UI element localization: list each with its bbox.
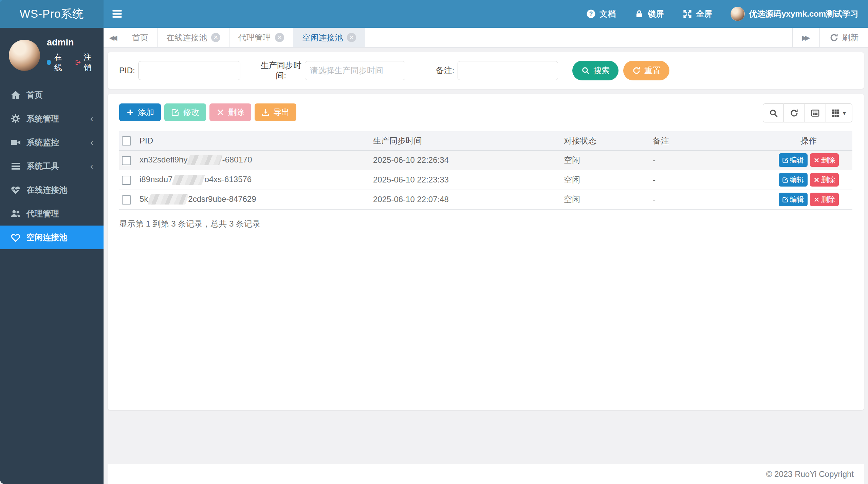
row-checkbox[interactable] bbox=[122, 156, 131, 165]
plus-icon bbox=[126, 108, 134, 117]
table-row[interactable]: 5k2cdsr9ube-847629 2025-06-10 22:07:48 空… bbox=[119, 190, 852, 209]
search-button[interactable]: 搜索 bbox=[572, 61, 618, 80]
page-body: PID: 生产同步时间: 备注: 搜索 重置 bbox=[104, 47, 868, 484]
bars-icon bbox=[10, 161, 21, 172]
modify-button[interactable]: 修改 bbox=[164, 103, 206, 121]
main-content-column: ◀◀ 首页 在线连接池 ✕ 代理管理 ✕ 空闲连接池 ✕ ▶▶ bbox=[104, 28, 868, 484]
tabs-scroll-left-button[interactable]: ◀◀ bbox=[104, 28, 123, 47]
chevron-left-icon: ‹ bbox=[90, 113, 93, 124]
sidebar-user-panel: admin 在线 注销 bbox=[0, 28, 104, 83]
refresh-icon bbox=[790, 109, 799, 118]
table-header-row: PID 生产同步时间 对接状态 备注 操作 bbox=[119, 131, 852, 150]
search-icon bbox=[769, 109, 778, 118]
close-tab-icon[interactable]: ✕ bbox=[211, 33, 220, 42]
x-icon bbox=[813, 157, 820, 163]
fullscreen-button[interactable]: 全屏 bbox=[682, 8, 712, 19]
sidebar-item-system-tools[interactable]: 系统工具 ‹ bbox=[0, 154, 104, 178]
navbar-right: 文档 锁屏 全屏 优选源码yxymk.com测试学习 bbox=[586, 0, 868, 28]
sidebar: admin 在线 注销 首页 bbox=[0, 28, 104, 484]
caret-down-icon: ▼ bbox=[842, 110, 847, 116]
select-all-checkbox[interactable] bbox=[122, 136, 131, 146]
x-icon bbox=[216, 108, 225, 117]
sidebar-avatar bbox=[9, 40, 40, 71]
columns-dropdown-button[interactable]: ▼ bbox=[826, 103, 852, 122]
app-brand: WS-Pro系统 bbox=[0, 0, 104, 28]
user-display-name: 优选源码yxymk.com测试学习 bbox=[749, 8, 858, 19]
user-menu[interactable]: 优选源码yxymk.com测试学习 bbox=[731, 7, 858, 21]
fullscreen-icon bbox=[682, 9, 692, 19]
sidebar-item-system-management[interactable]: 系统管理 ‹ bbox=[0, 107, 104, 131]
pid-cell: 5k2cdsr9ube-847629 bbox=[137, 190, 370, 209]
close-tab-icon[interactable]: ✕ bbox=[347, 33, 356, 42]
online-status-dot bbox=[47, 60, 51, 65]
row-edit-button[interactable]: 编辑 bbox=[779, 193, 808, 206]
sync-time-input[interactable] bbox=[305, 61, 405, 80]
tabs-scroll-right-button[interactable]: ▶▶ bbox=[792, 28, 819, 47]
redaction-blur bbox=[172, 175, 205, 185]
row-edit-button[interactable]: 编辑 bbox=[779, 153, 808, 167]
pencil-square-icon bbox=[171, 108, 180, 117]
redaction-blur bbox=[147, 194, 189, 205]
pid-input[interactable] bbox=[138, 61, 240, 80]
pid-cell: xn32sdefl9hy-680170 bbox=[137, 150, 370, 170]
header-sync-time: 生产同步时间 bbox=[370, 131, 561, 150]
row-delete-button[interactable]: 删除 bbox=[810, 153, 839, 167]
sync-time-cell: 2025-06-10 22:07:48 bbox=[370, 190, 561, 209]
sidebar-item-home[interactable]: 首页 bbox=[0, 83, 104, 107]
refresh-tab-button[interactable]: 刷新 bbox=[819, 28, 868, 47]
sidebar-item-idle-pool[interactable]: 空闲连接池 bbox=[0, 226, 104, 249]
docs-link[interactable]: 文档 bbox=[586, 8, 616, 19]
record-summary: 显示第 1 到第 3 条记录，总共 3 条记录 bbox=[119, 218, 852, 229]
row-delete-button[interactable]: 删除 bbox=[810, 173, 839, 187]
search-icon bbox=[581, 66, 590, 75]
status-cell: 空闲 bbox=[561, 170, 650, 190]
table-row[interactable]: i89nsdu7o4xs-613576 2025-06-10 22:23:33 … bbox=[119, 170, 852, 190]
pencil-square-icon bbox=[782, 196, 789, 203]
x-icon bbox=[813, 177, 820, 183]
close-tab-icon[interactable]: ✕ bbox=[275, 33, 284, 42]
online-status-label: 在线 bbox=[54, 52, 66, 73]
delete-button[interactable]: 删除 bbox=[209, 103, 251, 121]
sidebar-item-proxy-management[interactable]: 代理管理 bbox=[0, 202, 104, 226]
row-edit-button[interactable]: 编辑 bbox=[779, 173, 808, 187]
note-label: 备注: bbox=[436, 65, 455, 76]
export-button[interactable]: 导出 bbox=[255, 103, 296, 121]
note-cell: - bbox=[650, 190, 765, 209]
lock-icon bbox=[634, 9, 644, 19]
row-delete-button[interactable]: 删除 bbox=[810, 193, 839, 206]
logout-button[interactable]: 注销 bbox=[75, 52, 95, 73]
navbar-spacer bbox=[131, 0, 586, 28]
sidebar-username: admin bbox=[47, 37, 95, 48]
sidebar-toggle-button[interactable] bbox=[104, 0, 131, 28]
search-panel: PID: 生产同步时间: 备注: 搜索 重置 bbox=[108, 52, 864, 89]
sidebar-item-online-pool[interactable]: 在线连接池 bbox=[0, 178, 104, 202]
heart-outline-icon bbox=[10, 232, 21, 243]
refresh-icon bbox=[829, 33, 839, 42]
tabbar-spacer bbox=[365, 28, 792, 47]
page-footer: © 2023 RuoYi Copyright bbox=[108, 464, 864, 484]
row-checkbox[interactable] bbox=[122, 195, 131, 205]
sidebar-item-system-monitor[interactable]: 系统监控 ‹ bbox=[0, 131, 104, 154]
tab-proxy-management[interactable]: 代理管理 ✕ bbox=[229, 28, 293, 47]
row-checkbox[interactable] bbox=[122, 176, 131, 185]
sync-time-label: 生产同步时间: bbox=[259, 60, 303, 81]
pid-cell: i89nsdu7o4xs-613576 bbox=[137, 170, 370, 190]
header-status: 对接状态 bbox=[561, 131, 650, 150]
chevron-left-icon: ‹ bbox=[90, 137, 93, 148]
reset-button[interactable]: 重置 bbox=[623, 61, 669, 80]
tab-home[interactable]: 首页 bbox=[123, 28, 158, 47]
redaction-blur bbox=[187, 155, 223, 165]
x-icon bbox=[813, 196, 820, 203]
lock-screen-button[interactable]: 锁屏 bbox=[634, 8, 664, 19]
tab-online-pool[interactable]: 在线连接池 ✕ bbox=[158, 28, 229, 47]
add-button[interactable]: 添加 bbox=[119, 103, 161, 121]
toggle-search-button[interactable] bbox=[763, 103, 784, 122]
note-input[interactable] bbox=[458, 61, 558, 80]
card-view-button[interactable] bbox=[805, 103, 826, 122]
refresh-table-button[interactable] bbox=[784, 103, 805, 122]
table-row[interactable]: xn32sdefl9hy-680170 2025-06-10 22:26:34 … bbox=[119, 150, 852, 170]
table-toolbar: 添加 修改 删除 导出 bbox=[119, 103, 852, 122]
tab-idle-pool[interactable]: 空闲连接池 ✕ bbox=[293, 28, 365, 47]
note-cell: - bbox=[650, 170, 765, 190]
status-cell: 空闲 bbox=[561, 190, 650, 209]
